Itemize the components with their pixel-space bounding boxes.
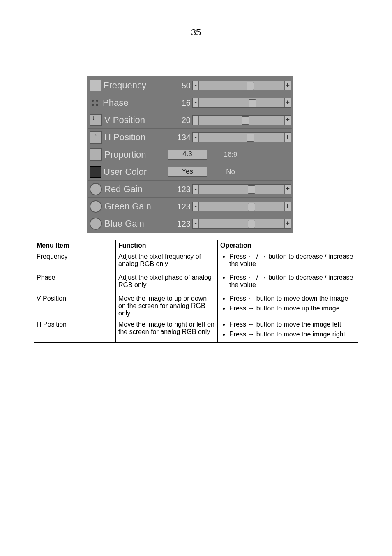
osd-label: Red Gain (88, 183, 168, 195)
cell-operation: Press ← button to move the image leftPre… (218, 319, 358, 343)
cell-operation: Press ← button to move down the imagePre… (218, 293, 358, 319)
cell-function: Move the image to up or down on the scre… (116, 293, 218, 319)
osd-row: Blue Gain123-+ (88, 215, 292, 232)
slider-thumb[interactable] (248, 203, 255, 211)
table-row: H PositionMove the image to right or lef… (34, 319, 358, 343)
osd-slider[interactable]: -+ (192, 115, 291, 125)
slider-thumb[interactable] (248, 220, 255, 228)
osd-slider[interactable]: -+ (192, 219, 291, 229)
slider-thumb[interactable] (247, 82, 254, 90)
minus-button[interactable]: - (193, 185, 199, 194)
cell-function: Adjust the pixel frequency of analog RGB… (116, 251, 218, 272)
settings-table: Menu Item Function Operation FrequencyAd… (34, 240, 358, 343)
table-row: V PositionMove the image to up or down o… (34, 293, 358, 319)
user-color-icon (90, 166, 101, 178)
toggle-option-other[interactable]: No (217, 168, 244, 175)
operation-item: Press → button to move up the image (229, 305, 355, 312)
operation-item: Press ← / → button to decrease / increas… (229, 274, 355, 289)
osd-toggle: YesNo (168, 167, 292, 177)
minus-button[interactable]: - (193, 116, 199, 125)
osd-value: 134 (168, 133, 192, 141)
osd-value: 20 (168, 116, 192, 124)
slider-thumb[interactable] (249, 99, 256, 107)
osd-row: Phase16-+ (88, 94, 292, 111)
osd-row: User ColorYesNo (88, 163, 292, 181)
minus-button[interactable]: - (193, 133, 199, 142)
plus-button[interactable]: + (284, 202, 291, 211)
cell-operation: Press ← / → button to decrease / increas… (218, 272, 358, 293)
cell-menu-item: Phase (34, 272, 116, 293)
osd-toggle: 4:316:9 (168, 150, 292, 160)
slider-thumb[interactable] (248, 185, 255, 194)
page-number: 35 (0, 27, 392, 38)
slider-thumb[interactable] (242, 116, 249, 125)
osd-slider[interactable]: -+ (192, 81, 291, 90)
toggle-option-selected[interactable]: 4:3 (168, 150, 207, 160)
toggle-option-other[interactable]: 16:9 (217, 151, 244, 158)
osd-row: H Position134-+ (88, 129, 292, 146)
h-position-icon (90, 131, 102, 144)
cell-menu-item: V Position (34, 293, 116, 319)
osd-label-text: V Position (104, 116, 145, 125)
osd-label: Phase (88, 97, 168, 108)
operation-item: Press → button to move the image right (229, 331, 355, 338)
plus-button[interactable]: + (284, 219, 291, 228)
v-position-icon (90, 114, 102, 126)
osd-slider[interactable]: -+ (192, 184, 291, 194)
osd-slider[interactable]: -+ (192, 98, 291, 108)
osd-label-text: H Position (104, 133, 145, 142)
osd-value: 123 (168, 202, 192, 211)
osd-label: Blue Gain (88, 218, 168, 230)
minus-button[interactable]: - (193, 219, 199, 228)
minus-button[interactable]: - (193, 81, 199, 90)
plus-button[interactable]: + (284, 98, 291, 107)
cell-function: Move the image to right or left on the s… (116, 319, 218, 343)
plus-button[interactable]: + (284, 185, 291, 194)
osd-value: 50 (168, 81, 192, 90)
plus-button[interactable]: + (284, 133, 291, 142)
green-gain-icon (90, 200, 102, 213)
vga-osd-panel: Frequency50-+Phase16-+V Position20-+H Po… (87, 76, 293, 233)
osd-row: Red Gain123-+ (88, 181, 292, 198)
osd-row: V Position20-+ (88, 111, 292, 129)
osd-label: Proportion (88, 148, 168, 161)
cell-function: Adjust the pixel phase of analog RGB onl… (116, 272, 218, 293)
cell-operation: Press ← / → button to decrease / increas… (218, 251, 358, 272)
plus-button[interactable]: + (284, 81, 291, 90)
osd-label: User Color (88, 166, 168, 178)
table-row: PhaseAdjust the pixel phase of analog RG… (34, 272, 358, 293)
hdr-menu-item: Menu Item (34, 240, 116, 251)
hdr-function: Function (116, 240, 218, 251)
osd-label-text: User Color (104, 167, 147, 176)
osd-label-text: Frequency (104, 81, 146, 90)
hdr-operation: Operation (218, 240, 358, 251)
slider-thumb[interactable] (247, 134, 254, 142)
cell-menu-item: Frequency (34, 251, 116, 272)
osd-row: Frequency50-+ (88, 77, 292, 94)
osd-value: 16 (168, 99, 192, 107)
osd-slider[interactable]: -+ (192, 132, 291, 142)
osd-label-text: Proportion (104, 150, 146, 159)
table-row: FrequencyAdjust the pixel frequency of a… (34, 251, 358, 272)
phase-icon (90, 97, 100, 108)
osd-value: 123 (168, 185, 192, 193)
osd-slider[interactable]: -+ (192, 202, 291, 211)
toggle-option-selected[interactable]: Yes (168, 167, 207, 177)
operation-item: Press ← button to move down the image (229, 295, 355, 302)
operation-item: Press ← / → button to decrease / increas… (229, 253, 355, 268)
osd-label-text: Red Gain (104, 185, 143, 194)
osd-label: Green Gain (88, 200, 168, 213)
proportion-icon (90, 148, 102, 161)
minus-button[interactable]: - (193, 98, 199, 107)
osd-label: V Position (88, 114, 168, 126)
osd-label-text: Phase (103, 98, 128, 107)
osd-label: H Position (88, 131, 168, 144)
operation-item: Press ← button to move the image left (229, 321, 355, 328)
osd-row: Proportion4:316:9 (88, 146, 292, 163)
osd-value: 123 (168, 220, 192, 228)
plus-button[interactable]: + (284, 116, 291, 125)
osd-label-text: Blue Gain (104, 219, 144, 228)
minus-button[interactable]: - (193, 202, 199, 211)
blue-gain-icon (90, 218, 102, 230)
osd-label-text: Green Gain (104, 202, 151, 211)
